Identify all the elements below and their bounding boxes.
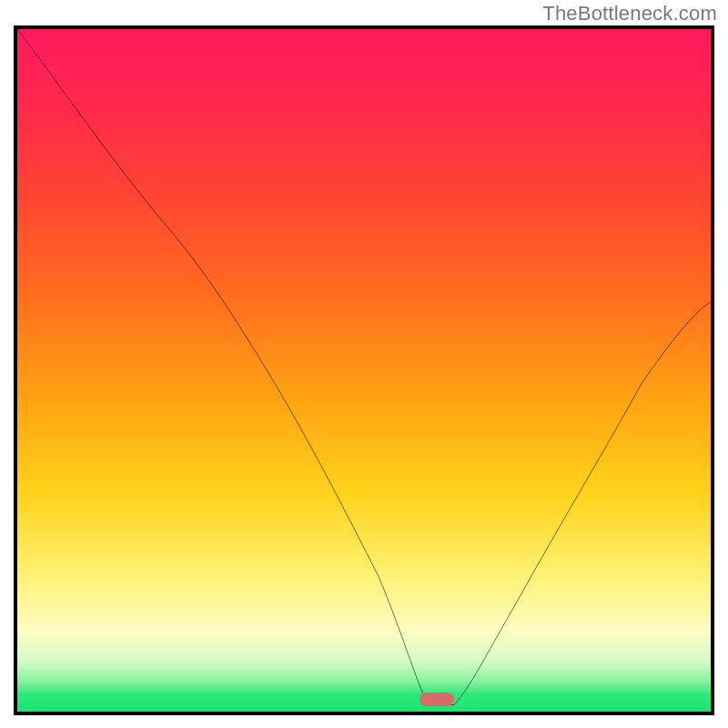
chart-container: TheBottleneck.com xyxy=(0,0,728,728)
plot-area xyxy=(14,25,714,715)
curve-path xyxy=(17,29,711,705)
bottleneck-curve xyxy=(17,29,711,712)
optimal-marker xyxy=(420,693,454,706)
watermark-text: TheBottleneck.com xyxy=(542,2,717,25)
